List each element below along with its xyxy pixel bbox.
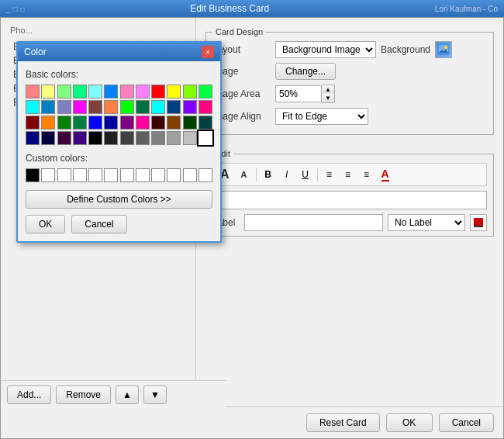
color-cell[interactable]	[26, 85, 40, 99]
reset-card-button[interactable]: Reset Card	[306, 413, 380, 432]
add-button[interactable]: Add...	[7, 385, 51, 404]
image-area-row: Image Area 50% ▲ ▼	[212, 85, 487, 103]
color-cell[interactable]	[88, 85, 102, 99]
label-text-input[interactable]	[244, 214, 383, 231]
color-cell[interactable]	[26, 116, 40, 130]
custom-color-cell[interactable]	[198, 168, 212, 182]
cancel-button[interactable]: Cancel	[439, 413, 494, 432]
color-cell[interactable]	[104, 85, 118, 99]
color-cell[interactable]	[73, 131, 87, 145]
define-custom-colors-button[interactable]: Define Custom Colors >>	[26, 190, 212, 209]
custom-color-cell[interactable]	[88, 168, 102, 182]
spinner-down-button[interactable]: ▼	[322, 94, 334, 102]
color-cell[interactable]	[198, 85, 212, 99]
align-center-icon: ≡	[345, 169, 350, 180]
color-cell[interactable]	[183, 85, 197, 99]
title-bar: ⎯ □ ☐ Edit Business Card Lori Kaufman - …	[0, 0, 504, 17]
custom-color-cell[interactable]	[57, 168, 71, 182]
color-cell[interactable]	[57, 116, 71, 130]
color-cell[interactable]	[136, 116, 150, 130]
custom-color-cell[interactable]	[151, 168, 165, 182]
color-ok-button[interactable]: OK	[26, 215, 65, 233]
spinner-up-button[interactable]: ▲	[322, 85, 334, 94]
color-cell[interactable]	[136, 85, 150, 99]
layout-dropdown[interactable]: Background Image	[275, 41, 376, 58]
align-left-button[interactable]: ≡	[321, 166, 338, 183]
color-cell[interactable]	[57, 85, 71, 99]
color-dialog-titlebar: Color ×	[18, 43, 220, 61]
color-cell[interactable]	[88, 116, 102, 130]
image-area-input[interactable]: 50%	[275, 85, 322, 102]
color-cell[interactable]	[151, 116, 165, 130]
custom-color-cell[interactable]	[41, 168, 55, 182]
custom-color-cell[interactable]	[120, 168, 134, 182]
custom-color-cell[interactable]	[183, 168, 197, 182]
color-cancel-button[interactable]: Cancel	[71, 215, 126, 233]
color-cell[interactable]	[151, 85, 165, 99]
color-cell[interactable]	[136, 131, 150, 145]
color-cell[interactable]	[167, 85, 181, 99]
align-right-button[interactable]: ≡	[358, 166, 375, 183]
color-cell[interactable]	[57, 100, 71, 114]
color-cell[interactable]	[88, 131, 102, 145]
color-cell[interactable]	[41, 100, 55, 114]
custom-color-cell[interactable]	[73, 168, 87, 182]
ok-button[interactable]: OK	[386, 413, 433, 432]
color-cell[interactable]	[151, 100, 165, 114]
custom-color-cell[interactable]	[104, 168, 118, 182]
image-row: Image Change...	[212, 63, 487, 80]
color-cell[interactable]	[41, 85, 55, 99]
underline-button[interactable]: U	[297, 166, 314, 183]
color-cell[interactable]	[88, 100, 102, 114]
color-cell[interactable]	[167, 100, 181, 114]
color-cell[interactable]	[73, 116, 87, 130]
color-cell[interactable]	[26, 100, 40, 114]
font-size-small-button[interactable]: A	[236, 166, 253, 183]
color-cell[interactable]	[167, 116, 181, 130]
color-cell[interactable]	[183, 100, 197, 114]
color-cell[interactable]	[73, 100, 87, 114]
color-cell[interactable]	[198, 131, 212, 145]
main-dialog: Pho... Blank Line Blank Line Blank Line …	[0, 17, 504, 439]
color-cell[interactable]	[120, 131, 134, 145]
custom-color-cell[interactable]	[167, 168, 181, 182]
label-color-button[interactable]	[470, 214, 487, 231]
color-cell[interactable]	[120, 85, 134, 99]
color-cell[interactable]	[26, 131, 40, 145]
bold-button[interactable]: B	[260, 166, 277, 183]
left-panel: Pho... Blank Line Blank Line Blank Line …	[1, 18, 196, 406]
color-cell[interactable]	[183, 116, 197, 130]
color-cell[interactable]	[167, 131, 181, 145]
align-center-button[interactable]: ≡	[340, 166, 357, 183]
background-image-icon[interactable]	[435, 41, 452, 58]
color-cell[interactable]	[198, 100, 212, 114]
color-dialog-close-button[interactable]: ×	[202, 46, 214, 58]
color-cell[interactable]	[136, 100, 150, 114]
color-cell[interactable]	[120, 116, 134, 130]
remove-button[interactable]: Remove	[56, 385, 111, 404]
italic-button[interactable]: I	[278, 166, 295, 183]
color-cell[interactable]	[120, 100, 134, 114]
color-cell[interactable]	[41, 131, 55, 145]
color-cell[interactable]	[198, 116, 212, 130]
image-align-dropdown[interactable]: Fit to Edge	[275, 108, 368, 125]
color-cell[interactable]	[57, 131, 71, 145]
move-down-button[interactable]: ▼	[143, 385, 167, 404]
color-cell[interactable]	[41, 116, 55, 130]
edit-text-input[interactable]: Freelance Technical Writer	[212, 191, 487, 209]
change-button[interactable]: Change...	[275, 63, 336, 80]
custom-color-cell[interactable]	[136, 168, 150, 182]
label-dropdown[interactable]: No Label	[388, 214, 465, 231]
color-cell[interactable]	[104, 100, 118, 114]
color-cell[interactable]	[151, 131, 165, 145]
left-panel-bottom-buttons: Add... Remove ▲ ▼	[1, 380, 226, 409]
color-cell[interactable]	[73, 85, 87, 99]
svg-point-3	[444, 46, 447, 49]
custom-color-cell[interactable]	[26, 168, 40, 182]
color-cell[interactable]	[183, 131, 197, 145]
color-cell[interactable]	[104, 131, 118, 145]
color-cell[interactable]	[104, 116, 118, 130]
move-up-button[interactable]: ▲	[116, 385, 139, 404]
font-color-button[interactable]: A	[377, 166, 394, 183]
font-size-small-icon: A	[241, 170, 247, 179]
